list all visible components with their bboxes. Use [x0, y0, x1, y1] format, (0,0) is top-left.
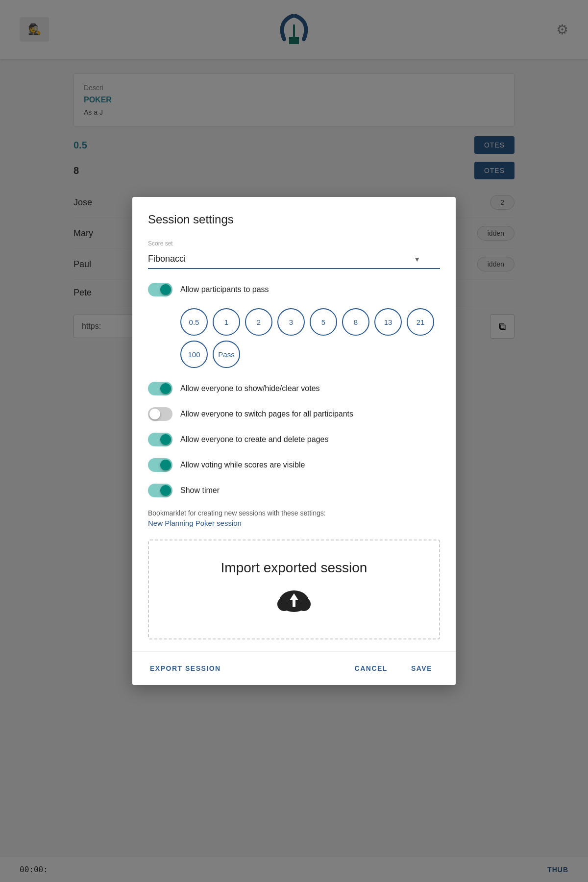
toggle-voting-visible[interactable] [148, 458, 172, 472]
score-circle-pass[interactable]: Pass [213, 341, 240, 368]
score-circle-21[interactable]: 21 [407, 308, 434, 336]
score-set-value[interactable]: Fibonacci ▼ [148, 250, 440, 268]
score-circle-100[interactable]: 100 [180, 341, 208, 368]
bookmarklet-section: Bookmarklet for creating new sessions wi… [148, 509, 440, 528]
bookmarklet-text: Bookmarklet for creating new sessions wi… [148, 509, 440, 517]
import-section[interactable]: Import exported session [148, 539, 440, 639]
score-set-select[interactable]: Fibonacci ▼ [148, 250, 440, 269]
toggle-row-voting-visible: Allow voting while scores are visible [148, 458, 440, 472]
toggle-show-hide[interactable] [148, 382, 172, 395]
toggle-row-show-timer: Show timer [148, 484, 440, 497]
toggle-label-show-hide: Allow everyone to show/hide/clear votes [180, 384, 320, 393]
toggle-thumb-create-delete [160, 434, 171, 445]
score-circle-1[interactable]: 1 [213, 308, 240, 336]
session-settings-modal: Session settings Score set Fibonacci ▼ A… [132, 197, 456, 685]
toggle-thumb-switch-pages [149, 409, 160, 419]
modal-title: Session settings [148, 213, 440, 226]
modal-overlay: Session settings Score set Fibonacci ▼ A… [0, 0, 588, 882]
cancel-button[interactable]: CANCEL [347, 660, 395, 677]
toggle-switch-pages[interactable] [148, 407, 172, 421]
toggle-allow-pass[interactable] [148, 283, 172, 296]
svg-rect-5 [293, 600, 295, 607]
toggle-row-allow-pass: Allow participants to pass [148, 283, 440, 296]
score-circle-8[interactable]: 8 [342, 308, 369, 336]
score-circle-3[interactable]: 3 [277, 308, 305, 336]
toggle-create-delete[interactable] [148, 433, 172, 446]
save-button[interactable]: SAVE [403, 660, 440, 677]
toggle-thumb-voting-visible [160, 460, 171, 470]
toggle-label-create-delete: Allow everyone to create and delete page… [180, 435, 328, 444]
score-set-label: Score set [148, 240, 440, 247]
export-session-button[interactable]: EXPORT SESSION [148, 660, 223, 677]
toggle-label-allow-pass: Allow participants to pass [180, 285, 269, 294]
toggle-row-create-delete: Allow everyone to create and delete page… [148, 433, 440, 446]
toggle-row-switch-pages: Allow everyone to switch pages for all p… [148, 407, 440, 421]
modal-footer: EXPORT SESSION CANCEL SAVE [132, 651, 456, 685]
toggle-label-switch-pages: Allow everyone to switch pages for all p… [180, 410, 353, 418]
modal-body: Session settings Score set Fibonacci ▼ A… [132, 197, 456, 651]
bookmarklet-link[interactable]: New Planning Poker session [148, 519, 242, 527]
score-circle-13[interactable]: 13 [374, 308, 402, 336]
score-circle-5[interactable]: 5 [310, 308, 337, 336]
toggle-thumb-show-timer [160, 485, 171, 496]
score-circles-container: 0.5 1 2 3 5 8 13 21 100 Pass [148, 308, 440, 368]
upload-icon [159, 588, 429, 619]
toggle-row-show-hide: Allow everyone to show/hide/clear votes [148, 382, 440, 395]
toggle-label-show-timer: Show timer [180, 486, 220, 495]
import-title: Import exported session [159, 560, 429, 576]
toggle-show-timer[interactable] [148, 484, 172, 497]
dropdown-arrow-icon: ▼ [414, 255, 420, 263]
toggle-thumb-show-hide [160, 383, 171, 394]
toggle-thumb-allow-pass [160, 284, 171, 295]
footer-right-buttons: CANCEL SAVE [347, 660, 440, 677]
toggle-label-voting-visible: Allow voting while scores are visible [180, 461, 305, 469]
score-circle-2[interactable]: 2 [245, 308, 272, 336]
score-circle-0-5[interactable]: 0.5 [180, 308, 208, 336]
